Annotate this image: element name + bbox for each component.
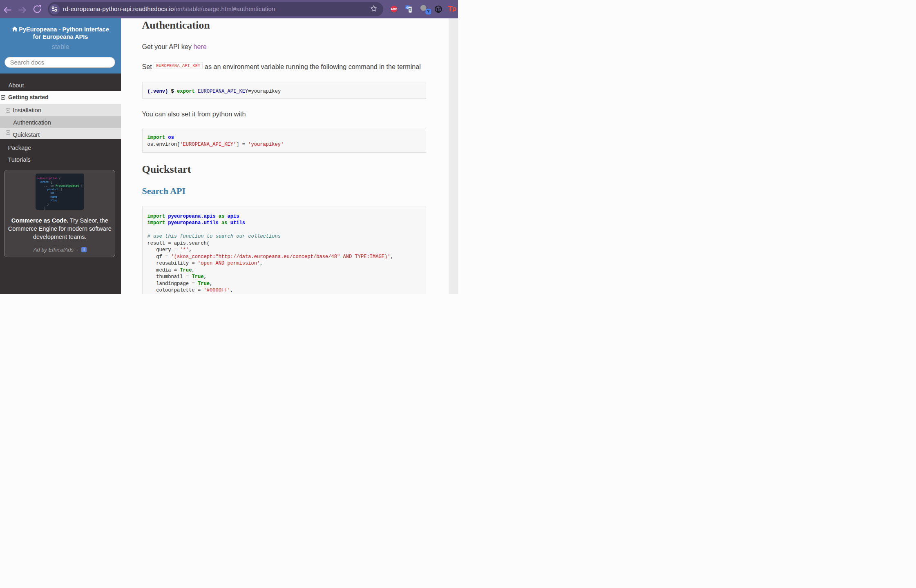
- svg-text:i: i: [83, 248, 85, 252]
- svg-text:ABP: ABP: [391, 7, 397, 11]
- svg-text:?: ?: [427, 9, 429, 14]
- svg-text:G: G: [406, 6, 409, 9]
